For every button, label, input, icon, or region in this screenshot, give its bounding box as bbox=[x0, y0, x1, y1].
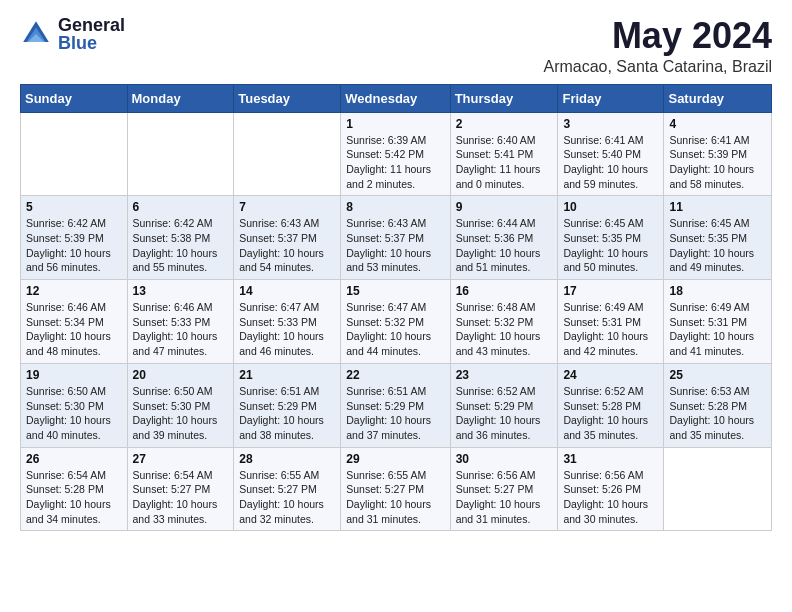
day-number: 10 bbox=[563, 200, 658, 214]
day-number: 27 bbox=[133, 452, 229, 466]
day-info: Sunrise: 6:54 AMSunset: 5:27 PMDaylight:… bbox=[133, 468, 229, 527]
day-number: 6 bbox=[133, 200, 229, 214]
day-number: 23 bbox=[456, 368, 553, 382]
calendar-cell: 2Sunrise: 6:40 AMSunset: 5:41 PMDaylight… bbox=[450, 112, 558, 196]
calendar-cell: 30Sunrise: 6:56 AMSunset: 5:27 PMDayligh… bbox=[450, 447, 558, 531]
day-number: 15 bbox=[346, 284, 444, 298]
day-number: 26 bbox=[26, 452, 122, 466]
day-number: 31 bbox=[563, 452, 658, 466]
header-row: Sunday Monday Tuesday Wednesday Thursday… bbox=[21, 84, 772, 112]
day-number: 12 bbox=[26, 284, 122, 298]
day-number: 18 bbox=[669, 284, 766, 298]
header: General Blue May 2024 Armacao, Santa Cat… bbox=[20, 16, 772, 76]
day-number: 7 bbox=[239, 200, 335, 214]
day-number: 5 bbox=[26, 200, 122, 214]
calendar-cell: 4Sunrise: 6:41 AMSunset: 5:39 PMDaylight… bbox=[664, 112, 772, 196]
logo-blue-text: Blue bbox=[58, 34, 125, 52]
day-number: 20 bbox=[133, 368, 229, 382]
day-number: 11 bbox=[669, 200, 766, 214]
title-block: May 2024 Armacao, Santa Catarina, Brazil bbox=[543, 16, 772, 76]
day-info: Sunrise: 6:52 AMSunset: 5:28 PMDaylight:… bbox=[563, 384, 658, 443]
day-number: 29 bbox=[346, 452, 444, 466]
calendar-cell: 29Sunrise: 6:55 AMSunset: 5:27 PMDayligh… bbox=[341, 447, 450, 531]
calendar-cell: 5Sunrise: 6:42 AMSunset: 5:39 PMDaylight… bbox=[21, 196, 128, 280]
calendar-week-1: 1Sunrise: 6:39 AMSunset: 5:42 PMDaylight… bbox=[21, 112, 772, 196]
calendar-header: Sunday Monday Tuesday Wednesday Thursday… bbox=[21, 84, 772, 112]
day-info: Sunrise: 6:43 AMSunset: 5:37 PMDaylight:… bbox=[346, 216, 444, 275]
day-info: Sunrise: 6:48 AMSunset: 5:32 PMDaylight:… bbox=[456, 300, 553, 359]
day-number: 9 bbox=[456, 200, 553, 214]
day-info: Sunrise: 6:54 AMSunset: 5:28 PMDaylight:… bbox=[26, 468, 122, 527]
day-number: 25 bbox=[669, 368, 766, 382]
day-info: Sunrise: 6:46 AMSunset: 5:33 PMDaylight:… bbox=[133, 300, 229, 359]
day-info: Sunrise: 6:49 AMSunset: 5:31 PMDaylight:… bbox=[563, 300, 658, 359]
calendar-cell: 12Sunrise: 6:46 AMSunset: 5:34 PMDayligh… bbox=[21, 280, 128, 364]
calendar-cell: 27Sunrise: 6:54 AMSunset: 5:27 PMDayligh… bbox=[127, 447, 234, 531]
calendar-cell: 6Sunrise: 6:42 AMSunset: 5:38 PMDaylight… bbox=[127, 196, 234, 280]
day-number: 3 bbox=[563, 117, 658, 131]
calendar-cell: 23Sunrise: 6:52 AMSunset: 5:29 PMDayligh… bbox=[450, 363, 558, 447]
day-info: Sunrise: 6:47 AMSunset: 5:32 PMDaylight:… bbox=[346, 300, 444, 359]
day-info: Sunrise: 6:46 AMSunset: 5:34 PMDaylight:… bbox=[26, 300, 122, 359]
calendar-week-2: 5Sunrise: 6:42 AMSunset: 5:39 PMDaylight… bbox=[21, 196, 772, 280]
calendar-week-5: 26Sunrise: 6:54 AMSunset: 5:28 PMDayligh… bbox=[21, 447, 772, 531]
day-number: 13 bbox=[133, 284, 229, 298]
day-info: Sunrise: 6:45 AMSunset: 5:35 PMDaylight:… bbox=[563, 216, 658, 275]
calendar-cell bbox=[234, 112, 341, 196]
logo: General Blue bbox=[20, 16, 125, 52]
day-number: 21 bbox=[239, 368, 335, 382]
calendar-cell bbox=[664, 447, 772, 531]
calendar-week-4: 19Sunrise: 6:50 AMSunset: 5:30 PMDayligh… bbox=[21, 363, 772, 447]
calendar-cell: 25Sunrise: 6:53 AMSunset: 5:28 PMDayligh… bbox=[664, 363, 772, 447]
calendar-cell: 21Sunrise: 6:51 AMSunset: 5:29 PMDayligh… bbox=[234, 363, 341, 447]
day-info: Sunrise: 6:47 AMSunset: 5:33 PMDaylight:… bbox=[239, 300, 335, 359]
day-number: 22 bbox=[346, 368, 444, 382]
calendar-cell: 14Sunrise: 6:47 AMSunset: 5:33 PMDayligh… bbox=[234, 280, 341, 364]
header-friday: Friday bbox=[558, 84, 664, 112]
header-tuesday: Tuesday bbox=[234, 84, 341, 112]
day-info: Sunrise: 6:43 AMSunset: 5:37 PMDaylight:… bbox=[239, 216, 335, 275]
header-thursday: Thursday bbox=[450, 84, 558, 112]
calendar-cell: 26Sunrise: 6:54 AMSunset: 5:28 PMDayligh… bbox=[21, 447, 128, 531]
day-info: Sunrise: 6:41 AMSunset: 5:40 PMDaylight:… bbox=[563, 133, 658, 192]
calendar-cell: 15Sunrise: 6:47 AMSunset: 5:32 PMDayligh… bbox=[341, 280, 450, 364]
day-info: Sunrise: 6:51 AMSunset: 5:29 PMDaylight:… bbox=[346, 384, 444, 443]
calendar-cell bbox=[127, 112, 234, 196]
day-number: 24 bbox=[563, 368, 658, 382]
calendar-cell: 28Sunrise: 6:55 AMSunset: 5:27 PMDayligh… bbox=[234, 447, 341, 531]
day-info: Sunrise: 6:53 AMSunset: 5:28 PMDaylight:… bbox=[669, 384, 766, 443]
header-wednesday: Wednesday bbox=[341, 84, 450, 112]
logo-general-text: General bbox=[58, 16, 125, 34]
day-info: Sunrise: 6:56 AMSunset: 5:27 PMDaylight:… bbox=[456, 468, 553, 527]
header-sunday: Sunday bbox=[21, 84, 128, 112]
day-info: Sunrise: 6:44 AMSunset: 5:36 PMDaylight:… bbox=[456, 216, 553, 275]
day-info: Sunrise: 6:50 AMSunset: 5:30 PMDaylight:… bbox=[133, 384, 229, 443]
day-info: Sunrise: 6:52 AMSunset: 5:29 PMDaylight:… bbox=[456, 384, 553, 443]
day-number: 16 bbox=[456, 284, 553, 298]
day-number: 30 bbox=[456, 452, 553, 466]
calendar-table: Sunday Monday Tuesday Wednesday Thursday… bbox=[20, 84, 772, 532]
day-info: Sunrise: 6:45 AMSunset: 5:35 PMDaylight:… bbox=[669, 216, 766, 275]
calendar-cell: 8Sunrise: 6:43 AMSunset: 5:37 PMDaylight… bbox=[341, 196, 450, 280]
day-info: Sunrise: 6:42 AMSunset: 5:39 PMDaylight:… bbox=[26, 216, 122, 275]
calendar-cell: 16Sunrise: 6:48 AMSunset: 5:32 PMDayligh… bbox=[450, 280, 558, 364]
calendar-cell: 13Sunrise: 6:46 AMSunset: 5:33 PMDayligh… bbox=[127, 280, 234, 364]
day-info: Sunrise: 6:42 AMSunset: 5:38 PMDaylight:… bbox=[133, 216, 229, 275]
calendar-cell: 17Sunrise: 6:49 AMSunset: 5:31 PMDayligh… bbox=[558, 280, 664, 364]
header-monday: Monday bbox=[127, 84, 234, 112]
calendar-cell bbox=[21, 112, 128, 196]
day-number: 19 bbox=[26, 368, 122, 382]
day-number: 2 bbox=[456, 117, 553, 131]
calendar-cell: 20Sunrise: 6:50 AMSunset: 5:30 PMDayligh… bbox=[127, 363, 234, 447]
calendar-week-3: 12Sunrise: 6:46 AMSunset: 5:34 PMDayligh… bbox=[21, 280, 772, 364]
logo-icon bbox=[20, 18, 52, 50]
calendar-cell: 3Sunrise: 6:41 AMSunset: 5:40 PMDaylight… bbox=[558, 112, 664, 196]
day-number: 28 bbox=[239, 452, 335, 466]
calendar-cell: 22Sunrise: 6:51 AMSunset: 5:29 PMDayligh… bbox=[341, 363, 450, 447]
calendar-cell: 19Sunrise: 6:50 AMSunset: 5:30 PMDayligh… bbox=[21, 363, 128, 447]
day-number: 17 bbox=[563, 284, 658, 298]
calendar-cell: 9Sunrise: 6:44 AMSunset: 5:36 PMDaylight… bbox=[450, 196, 558, 280]
day-info: Sunrise: 6:55 AMSunset: 5:27 PMDaylight:… bbox=[346, 468, 444, 527]
day-number: 4 bbox=[669, 117, 766, 131]
day-info: Sunrise: 6:40 AMSunset: 5:41 PMDaylight:… bbox=[456, 133, 553, 192]
